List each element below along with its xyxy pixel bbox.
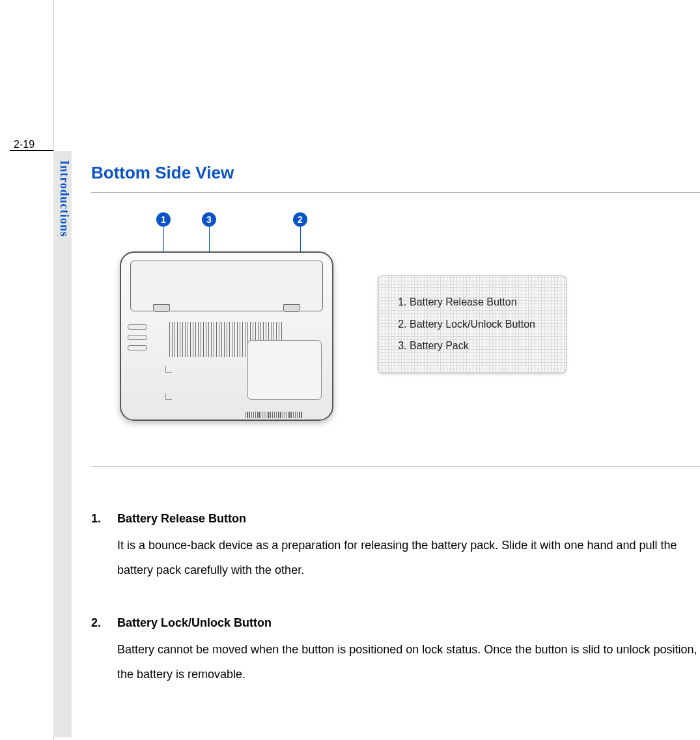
description-title: Battery Release Button — [117, 506, 700, 532]
description-item: Battery Lock/Unlock Button Battery canno… — [91, 610, 700, 687]
description-body: It is a bounce-back device as a preparat… — [117, 533, 700, 583]
callout-bubble-3: 3 — [202, 212, 216, 227]
battery-bay-icon — [130, 261, 323, 311]
service-hatch-icon — [247, 340, 322, 400]
legend-box: Battery Release Button Battery Lock/Unlo… — [378, 275, 567, 373]
legend-item: Battery Release Button — [410, 291, 553, 313]
description-title: Battery Lock/Unlock Button — [117, 610, 700, 636]
description-list: Battery Release Button It is a bounce-ba… — [91, 506, 700, 687]
port-icon — [128, 345, 147, 350]
manual-page: 2-19 Introductions Bottom Side View 1 3 … — [0, 0, 700, 740]
sidebar-strip — [53, 151, 72, 737]
callout-bubble-1: 1 — [156, 212, 171, 227]
speaker-grille-icon — [245, 412, 303, 418]
port-icon — [128, 335, 147, 340]
legend-item: Battery Lock/Unlock Button — [410, 313, 553, 335]
laptop-bottom-diagram — [120, 251, 333, 421]
description-section: Battery Release Button It is a bounce-ba… — [91, 466, 700, 687]
figure-row: 1 3 2 — [91, 212, 700, 466]
section-divider — [91, 192, 700, 193]
description-item: Battery Release Button It is a bounce-ba… — [91, 506, 700, 583]
content-area: Bottom Side View 1 3 2 — [91, 163, 700, 715]
port-icon — [128, 324, 147, 330]
legend-item: Battery Pack — [410, 335, 553, 357]
corner-mark-icon — [165, 366, 172, 373]
sidebar-section-label: Introductions — [54, 160, 71, 237]
callout-bubble-2: 2 — [293, 212, 307, 227]
legend-list: Battery Release Button Battery Lock/Unlo… — [410, 291, 553, 357]
corner-mark-icon — [165, 393, 172, 400]
page-number: 2-19 — [10, 139, 53, 151]
section-title: Bottom Side View — [91, 163, 700, 183]
description-body: Battery cannot be moved when the button … — [117, 637, 700, 687]
